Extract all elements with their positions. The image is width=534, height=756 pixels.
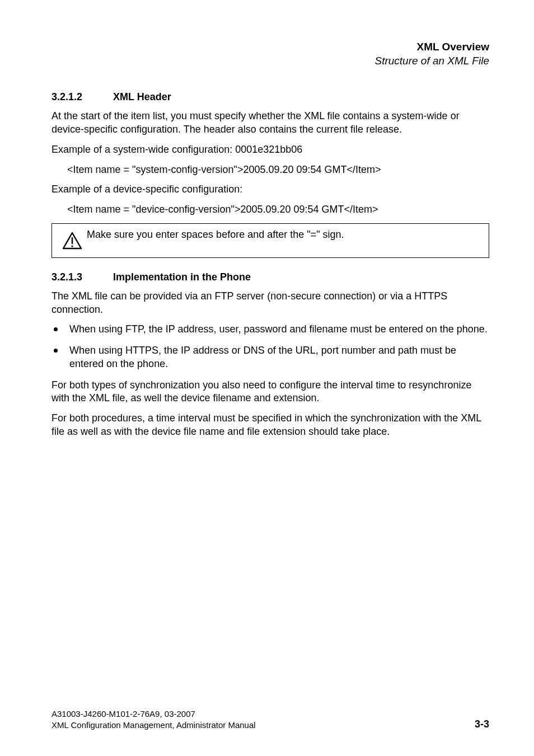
footer-left: A31003-J4260-M101-2-76A9, 03-2007 XML Co… xyxy=(51,708,256,730)
paragraph: For both procedures, a time interval mus… xyxy=(51,412,489,439)
section-heading-1: 3.2.1.2XML Header xyxy=(51,91,489,103)
section-title: Implementation in the Phone xyxy=(113,271,251,283)
code-example: <Item name = "device-config-version">200… xyxy=(67,203,489,217)
section-number: 3.2.1.2 xyxy=(51,91,113,103)
bullet-list: When using FTP, the IP address, user, pa… xyxy=(51,323,489,370)
page-header: XML Overview Structure of an XML File xyxy=(51,40,489,68)
page-number: 3-3 xyxy=(475,719,489,730)
footer-ref: A31003-J4260-M101-2-76A9, 03-2007 xyxy=(51,708,256,720)
warning-icon xyxy=(58,228,87,250)
paragraph: For both types of synchronization you al… xyxy=(51,379,489,406)
list-item: When using HTTPS, the IP address or DNS … xyxy=(51,344,489,371)
code-example: <Item name = "system-config-version">200… xyxy=(67,163,489,177)
paragraph: Example of a device-specific configurati… xyxy=(51,183,489,196)
section-title: XML Header xyxy=(113,91,171,102)
page-title: XML Overview xyxy=(51,40,489,54)
note-box: Make sure you enter spaces before and af… xyxy=(51,223,489,258)
svg-point-2 xyxy=(71,245,73,247)
paragraph: At the start of the item list, you must … xyxy=(51,110,489,137)
page-footer: A31003-J4260-M101-2-76A9, 03-2007 XML Co… xyxy=(51,708,489,730)
list-item: When using FTP, the IP address, user, pa… xyxy=(51,323,489,336)
footer-doc-title: XML Configuration Management, Administra… xyxy=(51,720,256,731)
paragraph: The XML file can be provided via an FTP … xyxy=(51,290,489,317)
note-text: Make sure you enter spaces before and af… xyxy=(87,228,344,242)
page-subtitle: Structure of an XML File xyxy=(51,54,489,68)
section-number: 3.2.1.3 xyxy=(51,271,113,283)
paragraph: Example of a system-wide configuration: … xyxy=(51,143,489,157)
section-heading-2: 3.2.1.3Implementation in the Phone xyxy=(51,271,489,283)
